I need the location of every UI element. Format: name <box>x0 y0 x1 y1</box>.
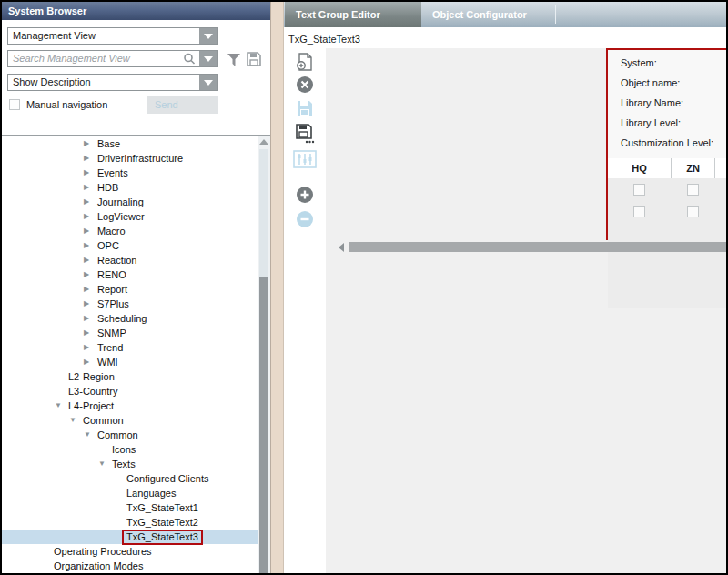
tree-item-operating-procedures[interactable]: Operating Procedures <box>2 544 258 559</box>
tree-item-l4-project[interactable]: ▼L4-Project <box>2 398 258 413</box>
collapsed-arrow-icon[interactable]: ▶ <box>84 267 97 282</box>
description-dropdown[interactable]: Show Description <box>7 74 218 91</box>
expanded-arrow-icon[interactable]: ▼ <box>84 428 97 442</box>
tree-item-l2-region[interactable]: L2-Region <box>2 369 258 384</box>
chevron-down-icon[interactable] <box>199 51 217 66</box>
collapsed-arrow-icon[interactable]: ▶ <box>84 355 97 369</box>
manual-navigation-checkbox[interactable] <box>9 99 20 110</box>
tree-item-label: WMI <box>97 357 118 368</box>
tree-item-txg-statetext3[interactable]: TxG_StateText3 <box>2 530 258 544</box>
tree-item-label: Configured Clients <box>126 473 209 484</box>
h-scrollbar-thumb[interactable] <box>349 242 726 252</box>
scroll-left-icon[interactable] <box>339 243 344 252</box>
tree-item-snmp[interactable]: ▶SNMP <box>2 326 258 340</box>
tree-item-trend[interactable]: ▶Trend <box>2 340 258 355</box>
delete-icon[interactable] <box>291 76 318 96</box>
save-icon[interactable] <box>291 99 318 119</box>
description-dropdown-value: Show Description <box>13 76 91 87</box>
tab-text-group-editor[interactable]: Text Group Editor <box>285 2 421 27</box>
chevron-down-icon[interactable] <box>199 28 217 44</box>
table-horizontal-scrollbar[interactable] <box>335 242 726 253</box>
view-dropdown[interactable]: Management View <box>7 27 218 45</box>
collapsed-arrow-icon[interactable]: ▶ <box>84 224 97 238</box>
tree-item-driverinfrastructure[interactable]: ▶DriverInfrastructure <box>2 151 258 166</box>
tab-object-configurator[interactable]: Object Configurator <box>421 2 550 27</box>
property-label: Library Level: <box>621 117 681 128</box>
collapsed-arrow-icon[interactable]: ▶ <box>84 253 97 267</box>
tree-scrollbar[interactable] <box>258 136 270 573</box>
property-row: System:System1 <box>621 57 657 76</box>
expanded-arrow-icon[interactable]: ▼ <box>98 457 112 471</box>
tree-item-label: Scheduling <box>97 313 147 324</box>
tree-item-base[interactable]: ▶Base <box>2 136 258 151</box>
chevron-down-icon[interactable] <box>199 75 217 90</box>
remove-icon[interactable] <box>291 210 318 230</box>
collapsed-arrow-icon[interactable]: ▶ <box>84 166 97 180</box>
tree-item-logviewer[interactable]: ▶LogViewer <box>2 209 258 224</box>
text-group-settings-icon[interactable] <box>291 150 318 170</box>
collapsed-arrow-icon[interactable]: ▶ <box>84 195 97 209</box>
tree-item-label: Operating Procedures <box>54 546 152 557</box>
collapsed-arrow-icon[interactable]: ▶ <box>84 326 97 340</box>
collapsed-arrow-icon[interactable]: ▶ <box>84 311 97 326</box>
property-label: System: <box>621 57 657 68</box>
tree-item-label: Languages <box>126 488 176 499</box>
tree-item-icons[interactable]: Icons <box>2 442 258 457</box>
search-input[interactable]: Search Management View <box>7 50 218 67</box>
tree-item-wmi[interactable]: ▶WMI <box>2 355 258 369</box>
tree-item-label: RENO <box>97 269 126 280</box>
tree-item-label: Base <box>97 138 120 149</box>
application-window: System Browser Management View Search Ma… <box>0 0 728 575</box>
tree-item-common[interactable]: ▼Common <box>2 413 258 428</box>
tree-item-texts[interactable]: ▼Texts <box>2 457 258 471</box>
tree-item-opc[interactable]: ▶OPC <box>2 238 258 253</box>
tree-item-report[interactable]: ▶Report <box>2 282 258 297</box>
tree-item-txg-statetext2[interactable]: TxG_StateText2 <box>2 515 258 530</box>
scrollbar-thumb[interactable] <box>259 277 268 573</box>
save-filter-icon[interactable] <box>246 51 262 67</box>
collapsed-arrow-icon[interactable]: ▶ <box>84 238 97 253</box>
tree-item-hdb[interactable]: ▶HDB <box>2 180 258 195</box>
tree-item-common[interactable]: ▼Common <box>2 428 258 442</box>
new-document-icon[interactable] <box>291 52 318 72</box>
hq-checkbox[interactable] <box>633 184 645 196</box>
collapsed-arrow-icon[interactable]: ▶ <box>84 297 97 311</box>
expanded-arrow-icon[interactable]: ▼ <box>69 413 83 428</box>
save-as-icon[interactable] <box>291 123 318 143</box>
tree-item-label: Journaling <box>97 197 144 207</box>
tree-item-configured-clients[interactable]: Configured Clients <box>2 471 258 486</box>
tree-item-macro[interactable]: ▶Macro <box>2 224 258 238</box>
tree-item-reaction[interactable]: ▶Reaction <box>2 253 258 267</box>
tree-item-label: L2-Region <box>68 371 115 382</box>
tree-item-events[interactable]: ▶Events <box>2 166 258 180</box>
zn-checkbox[interactable] <box>687 184 699 196</box>
zn-checkbox[interactable] <box>687 206 699 217</box>
tree-item-s7plus[interactable]: ▶S7Plus <box>2 297 258 311</box>
tree-item-l3-country[interactable]: L3-Country <box>2 384 258 398</box>
tree-item-reno[interactable]: ▶RENO <box>2 267 258 282</box>
tree-item-languages[interactable]: Languages <box>2 486 258 500</box>
expanded-arrow-icon[interactable]: ▼ <box>55 398 68 413</box>
collapsed-arrow-icon[interactable]: ▶ <box>84 209 97 224</box>
collapsed-arrow-icon[interactable]: ▶ <box>84 151 97 166</box>
add-icon[interactable] <box>291 186 318 206</box>
collapsed-arrow-icon[interactable]: ▶ <box>84 180 97 195</box>
filter-funnel-icon[interactable] <box>226 52 242 68</box>
hq-checkbox[interactable] <box>633 206 645 217</box>
collapsed-arrow-icon[interactable]: ▶ <box>84 136 97 151</box>
tree-item-organization-modes[interactable]: Organization Modes <box>2 559 258 573</box>
tree-item-label: L4-Project <box>68 400 114 411</box>
tree-item-journaling[interactable]: ▶Journaling <box>2 195 258 209</box>
tree-item-label: OPC <box>97 240 119 251</box>
tree-item-txg-statetext1[interactable]: TxG_StateText1 <box>2 500 258 515</box>
send-button[interactable]: Send <box>147 96 218 114</box>
table-body: ✓0In✓1Out <box>608 178 728 222</box>
property-label: Customization Level: <box>621 137 713 148</box>
tree-item-scheduling[interactable]: ▶Scheduling <box>2 311 258 326</box>
tree-item-label: Macro <box>97 226 126 237</box>
scroll-up-icon[interactable] <box>259 139 268 145</box>
panel-splitter[interactable] <box>270 2 284 573</box>
collapsed-arrow-icon[interactable]: ▶ <box>84 282 97 297</box>
tree-item-label: TxG_StateText3 <box>122 530 203 545</box>
collapsed-arrow-icon[interactable]: ▶ <box>84 340 97 355</box>
